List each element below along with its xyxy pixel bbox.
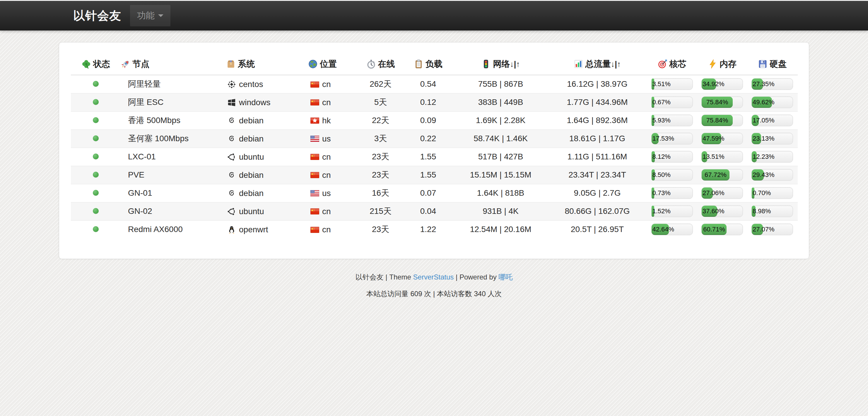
debian-os-icon — [227, 189, 236, 198]
column-label-traffic: 总流量 — [585, 59, 611, 68]
network-speed-value: 15.15M | 15.15M — [453, 166, 548, 184]
network-speed-value: 1.64K | 818B — [453, 184, 548, 202]
ram-progress-bar: 13.51% — [701, 151, 743, 162]
node-name: 香港 500Mbps — [121, 111, 226, 129]
debian-os-icon — [227, 116, 236, 125]
node-name: PVE — [121, 166, 226, 184]
centos-os-icon — [227, 80, 236, 89]
disk-percent-label: 12.23% — [752, 151, 775, 162]
windows-os-icon — [227, 98, 236, 107]
ram-progress-bar: 60.71% — [701, 224, 743, 235]
uptime-value: 16天 — [358, 184, 403, 202]
column-label-node: 节点 — [132, 59, 149, 68]
ram-percent-label: 37.60% — [702, 206, 725, 217]
menu-features-dropdown[interactable]: 功能 — [130, 5, 170, 26]
node-name: 阿里轻量 — [121, 75, 226, 93]
ram-percent-label: 60.71% — [702, 224, 726, 235]
total-traffic-value: 20.5T | 26.95T — [548, 220, 646, 238]
ram-progress-bar: 75.84% — [701, 115, 743, 126]
cpu-percent-label: 8.50% — [652, 169, 672, 180]
uptime-value: 23天 — [358, 220, 403, 238]
cpu-progress-bar: 0.73% — [651, 187, 693, 199]
cpu-percent-label: 1.52% — [652, 206, 672, 217]
brand-title[interactable]: 以针会友 — [73, 8, 121, 24]
total-traffic-value: 16.12G | 38.97G — [548, 75, 646, 93]
column-header-uptime: 在线 — [358, 56, 403, 75]
load-value: 0.22 — [403, 129, 453, 148]
column-label-network: 网络 — [493, 59, 510, 68]
server-row[interactable]: GN-02ubuntucn215天0.04931B | 4K80.66G | 1… — [71, 202, 798, 220]
column-header-network: 网络↓|↑ — [453, 56, 548, 75]
location-code: cn — [322, 80, 331, 89]
network-speed-value: 58.74K | 1.46K — [453, 129, 548, 148]
total-traffic-value: 1.64G | 892.36M — [548, 111, 646, 129]
cpu-percent-label: 8.12% — [652, 151, 672, 162]
server-status-card: 状态节点系统位置在线负载网络↓|↑总流量↓|↑核芯内存硬盘 阿里轻量centos… — [59, 42, 809, 259]
disk-progress-bar: 8.98% — [751, 205, 793, 217]
ubuntu-os-icon — [227, 207, 236, 216]
location-code: cn — [322, 98, 331, 107]
server-row[interactable]: 香港 500Mbpsdebianhk22天0.091.69K | 2.28K1.… — [71, 111, 798, 129]
server-row[interactable]: Redmi AX6000openwrtcn23天1.2212.54M | 20.… — [71, 220, 798, 238]
column-header-node: 节点 — [121, 56, 226, 75]
server-row[interactable]: LXC-01ubuntucn23天1.55517B | 427B1.11G | … — [71, 148, 798, 166]
rocket-icon — [121, 59, 130, 69]
disk-progress-bar: 27.07% — [751, 224, 793, 235]
column-label-status: 状态 — [93, 59, 110, 68]
column-label-load: 负载 — [426, 59, 442, 68]
location-code: cn — [322, 152, 331, 162]
flag-us-icon — [310, 136, 319, 142]
server-row[interactable]: 圣何塞 100Mbpsdebianus3天0.2258.74K | 1.46K1… — [71, 129, 798, 148]
network-speed-value: 517B | 427B — [453, 148, 548, 166]
disk-percent-label: 29.43% — [752, 169, 775, 180]
node-name: 阿里 ESC — [121, 93, 226, 111]
server-row[interactable]: 阿里 ESCwindowscn5天0.12383B | 449B1.77G | … — [71, 93, 798, 111]
os-name: ubuntu — [239, 152, 264, 162]
ram-percent-label: 13.51% — [702, 151, 725, 162]
stopwatch-icon — [366, 59, 376, 69]
column-label-ram: 内存 — [719, 59, 737, 68]
down-up-arrows: ↓|↑ — [510, 60, 520, 68]
flag-cn-icon — [310, 208, 319, 214]
status-online-dot — [93, 190, 99, 196]
load-value: 0.09 — [403, 111, 453, 129]
uptime-value: 22天 — [358, 111, 403, 129]
disk-progress-bar: 27.35% — [751, 78, 793, 90]
cpu-progress-bar: 1.52% — [651, 205, 693, 217]
ram-progress-bar: 37.60% — [701, 205, 743, 217]
network-speed-value: 931B | 4K — [453, 202, 548, 220]
location-code: hk — [322, 116, 331, 125]
server-row[interactable]: GN-01debianus16天0.071.64K | 818B9.05G | … — [71, 184, 798, 202]
node-name: LXC-01 — [121, 148, 226, 166]
total-traffic-value: 1.11G | 511.16M — [548, 148, 646, 166]
network-speed-value: 12.54M | 20.16M — [453, 220, 548, 238]
ram-progress-bar: 34.92% — [701, 78, 743, 90]
load-value: 1.22 — [403, 220, 453, 238]
theme-link[interactable]: ServerStatus — [413, 273, 454, 281]
uptime-value: 215天 — [358, 202, 403, 220]
ram-percent-label: 47.59% — [702, 133, 725, 144]
location-code: cn — [322, 207, 331, 216]
column-label-uptime: 在线 — [378, 59, 395, 68]
column-header-traffic: 总流量↓|↑ — [548, 56, 646, 75]
uptime-value: 23天 — [358, 148, 403, 166]
server-row[interactable]: 阿里轻量centoscn262天0.54755B | 867B16.12G | … — [71, 75, 798, 93]
flag-cn-icon — [310, 172, 319, 178]
location-code: cn — [322, 171, 331, 180]
target-icon — [658, 59, 668, 69]
globe-icon — [308, 59, 318, 69]
location-code: cn — [322, 225, 331, 234]
disk-percent-label: 17.05% — [752, 115, 775, 126]
status-online-dot — [93, 117, 99, 123]
cpu-percent-label: 3.51% — [652, 79, 672, 90]
powered-by-link[interactable]: 哪吒 — [498, 273, 513, 281]
footer-site-name: 以针会友 — [355, 273, 384, 281]
openwrt-os-icon — [227, 225, 236, 234]
server-row[interactable]: PVEdebiancn23天1.5515.15M | 15.15M23.34T … — [71, 166, 798, 184]
disk-progress-bar: 0.70% — [751, 187, 793, 199]
column-label-disk: 硬盘 — [770, 59, 786, 68]
cpu-progress-bar: 8.12% — [651, 151, 693, 162]
os-name: windows — [239, 98, 270, 107]
cpu-progress-bar: 5.93% — [651, 115, 693, 126]
cpu-percent-label: 5.93% — [652, 115, 672, 126]
